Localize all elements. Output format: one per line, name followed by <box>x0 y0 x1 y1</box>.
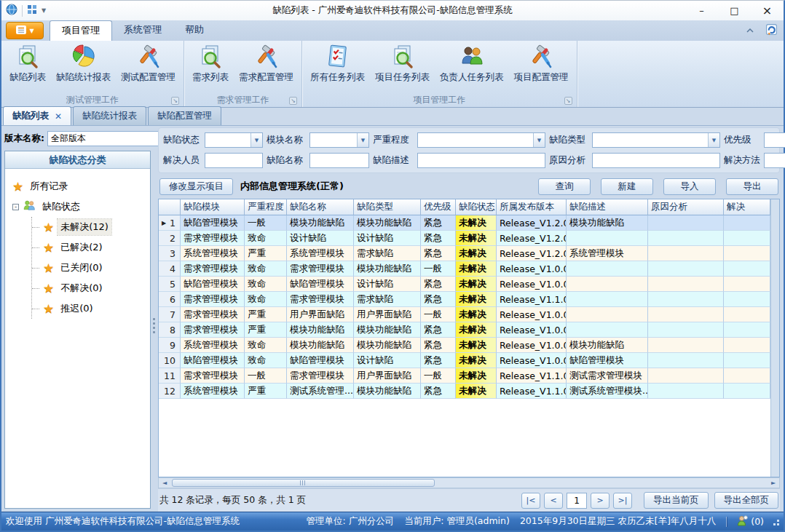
table-cell[interactable] <box>724 261 770 277</box>
grid-header-cell[interactable]: 严重程度 <box>245 199 287 215</box>
table-cell[interactable] <box>648 368 724 384</box>
table-cell[interactable] <box>724 353 770 368</box>
table-cell[interactable]: 模块功能缺陷 <box>567 215 648 231</box>
row-number-cell[interactable]: 11 <box>159 368 181 384</box>
export-all-pages-button[interactable]: 导出全部页 <box>714 492 779 509</box>
table-cell[interactable]: 未解决 <box>456 215 497 231</box>
table-cell[interactable] <box>724 277 770 292</box>
filter-combo-input[interactable] <box>205 133 251 147</box>
ribbon-button[interactable]: 所有任务列表 <box>305 42 370 85</box>
table-cell[interactable]: 缺陷管理模块 <box>567 353 648 368</box>
table-cell[interactable]: 需求管理模块 <box>181 231 245 246</box>
table-cell[interactable]: 紧急 <box>421 338 456 353</box>
table-cell[interactable]: 模块功能缺陷 <box>354 261 421 277</box>
table-cell[interactable]: 设计缺陷 <box>354 231 421 246</box>
grid-menu-icon[interactable] <box>27 4 37 17</box>
table-cell[interactable] <box>724 231 770 246</box>
table-cell[interactable]: 未解决 <box>456 368 497 384</box>
table-cell[interactable]: 未解决 <box>456 261 497 277</box>
version-input[interactable] <box>48 132 163 146</box>
table-cell[interactable] <box>567 307 648 322</box>
ribbon-button[interactable]: 缺陷统计报表 <box>51 42 116 85</box>
table-cell[interactable]: 一般 <box>421 307 456 322</box>
table-cell[interactable]: 模块功能缺陷 <box>287 338 354 353</box>
table-cell[interactable]: Release_V1.2.0 <box>497 215 567 231</box>
table-cell[interactable]: 系统管理模块 <box>181 246 245 261</box>
table-cell[interactable] <box>724 338 770 353</box>
table-cell[interactable]: 需求管理模块 <box>287 292 354 307</box>
grid-header-cell[interactable]: 缺陷名称 <box>287 199 354 215</box>
table-cell[interactable]: 致命 <box>245 292 287 307</box>
table-cell[interactable]: 未解决 <box>456 231 497 246</box>
table-cell[interactable]: 需求管理模块 <box>181 261 245 277</box>
table-cell[interactable]: 用户界面缺陷 <box>354 368 421 384</box>
table-cell[interactable] <box>567 231 648 246</box>
table-cell[interactable] <box>567 292 648 307</box>
table-cell[interactable]: 模块功能缺陷 <box>354 384 421 399</box>
vertical-scrollbar[interactable] <box>770 199 779 477</box>
table-cell[interactable]: Release_V1.0.0 <box>497 307 567 322</box>
next-page-button[interactable]: > <box>591 493 610 509</box>
table-cell[interactable]: 模块功能缺陷 <box>287 215 354 231</box>
table-cell[interactable]: 未解决 <box>456 322 497 338</box>
table-cell[interactable]: 严重 <box>245 246 287 261</box>
table-row[interactable]: 4需求管理模块致命需求管理模块模块功能缺陷一般未解决Release_V1.0.0 <box>159 261 770 277</box>
document-tab[interactable]: 缺陷统计报表 <box>73 106 146 125</box>
chevron-down-icon[interactable]: ▼ <box>357 133 368 147</box>
table-cell[interactable]: 缺陷管理模块 <box>287 277 354 292</box>
first-page-button[interactable]: |< <box>521 493 540 509</box>
ribbon-tab[interactable]: 项目管理 <box>50 20 112 41</box>
page-input[interactable] <box>567 493 587 509</box>
table-cell[interactable]: 测试需求管理模块 <box>567 368 648 384</box>
table-cell[interactable]: 测试系统管理... <box>287 384 354 399</box>
action-button[interactable]: 新建 <box>601 178 653 195</box>
dialog-launcher-icon[interactable]: ↘ <box>289 97 297 105</box>
table-cell[interactable]: 设计缺陷 <box>354 353 421 368</box>
table-cell[interactable] <box>648 292 724 307</box>
table-cell[interactable]: 设计缺陷 <box>354 277 421 292</box>
row-number-cell[interactable]: 6 <box>159 292 181 307</box>
grid-header-cell[interactable]: 缺陷模块 <box>181 199 245 215</box>
close-button[interactable]: × <box>751 1 784 20</box>
table-cell[interactable]: 严重 <box>245 307 287 322</box>
table-cell[interactable]: 用户界面缺陷 <box>287 307 354 322</box>
chevron-down-icon[interactable]: ▼ <box>42 7 46 14</box>
table-cell[interactable]: 紧急 <box>421 292 456 307</box>
tree-item[interactable]: -缺陷状态 <box>12 196 149 217</box>
table-cell[interactable]: 需求管理模块 <box>181 307 245 322</box>
grid-header-cell[interactable]: 所属发布版本 <box>497 199 567 215</box>
filter-text-input[interactable] <box>417 153 545 168</box>
grid-header-cell[interactable]: 缺陷类型 <box>354 199 421 215</box>
grid-header-cell[interactable]: 原因分析 <box>648 199 724 215</box>
filter-text-input[interactable] <box>205 153 263 168</box>
table-cell[interactable] <box>648 246 724 261</box>
prev-page-button[interactable]: < <box>544 493 563 509</box>
ribbon-tab[interactable]: 帮助 <box>173 20 216 41</box>
table-cell[interactable]: 需求管理模块 <box>181 368 245 384</box>
ribbon-button[interactable]: 需求配置管理 <box>234 42 299 85</box>
table-cell[interactable]: 系统管理模块 <box>287 246 354 261</box>
application-menu-button[interactable]: ▼ <box>6 22 44 39</box>
filter-combobox[interactable]: ▼ <box>592 132 720 148</box>
filter-combo-input[interactable] <box>310 133 357 147</box>
document-tab[interactable]: 缺陷列表✕ <box>3 106 71 125</box>
table-cell[interactable]: 致命 <box>245 231 287 246</box>
collapse-ribbon-icon[interactable] <box>742 24 758 37</box>
filter-combo-input[interactable] <box>418 133 533 147</box>
export-current-page-button[interactable]: 导出当前页 <box>644 492 709 509</box>
row-number-cell[interactable]: 7 <box>159 307 181 322</box>
horizontal-scrollbar[interactable]: ◄ ► <box>158 477 780 488</box>
table-cell[interactable]: 未解决 <box>456 277 497 292</box>
modify-display-button[interactable]: 修改显示项目 <box>159 178 233 195</box>
ribbon-button[interactable]: 负责人任务列表 <box>435 42 509 85</box>
tree-item[interactable]: ★推迟(0) <box>32 298 149 319</box>
splitter-handle[interactable] <box>151 126 157 512</box>
table-cell[interactable]: 一般 <box>421 261 456 277</box>
table-cell[interactable] <box>648 215 724 231</box>
table-cell[interactable]: Release_V1.1.0 <box>497 384 567 399</box>
table-cell[interactable] <box>648 231 724 246</box>
tree-item[interactable]: ★所有记录 <box>12 176 149 196</box>
table-cell[interactable] <box>724 292 770 307</box>
table-cell[interactable]: 紧急 <box>421 215 456 231</box>
tree-item[interactable]: ★已解决(2) <box>32 237 149 258</box>
